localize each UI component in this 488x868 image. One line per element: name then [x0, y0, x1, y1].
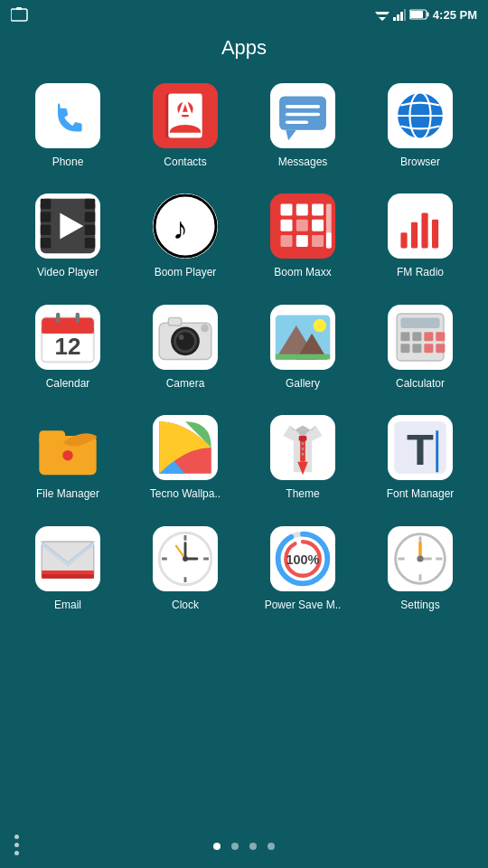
browser-label: Browser	[400, 156, 440, 168]
svg-rect-87	[436, 332, 445, 341]
svg-rect-36	[85, 212, 96, 223]
svg-point-79	[314, 319, 326, 332]
svg-rect-10	[427, 13, 428, 17]
app-item-tecno-wallpaper[interactable]: Tecno Wallpa..	[127, 404, 244, 514]
file-manager-icon	[35, 415, 100, 480]
svg-rect-51	[296, 235, 308, 247]
page-dot-4[interactable]	[267, 843, 275, 850]
power-save-label: Power Save M..	[265, 599, 342, 611]
page-title: Apps	[0, 29, 488, 72]
svg-rect-38	[85, 238, 96, 249]
svg-point-137	[417, 555, 423, 561]
gallery-label: Gallery	[286, 377, 320, 390]
app-item-camera[interactable]: Camera	[127, 294, 244, 404]
status-left	[11, 7, 29, 22]
app-item-power-save[interactable]: 100% Power Save M..	[244, 515, 361, 626]
page-dot-1[interactable]	[213, 843, 221, 850]
power-save-icon: 100%	[270, 526, 335, 591]
svg-rect-11	[410, 11, 423, 18]
page-dot-3[interactable]	[249, 843, 257, 850]
app-item-gallery[interactable]: Gallery	[244, 294, 361, 404]
gallery-icon	[270, 305, 335, 370]
app-item-fm-radio[interactable]: FM Radio	[361, 183, 479, 293]
app-item-calculator[interactable]: Calculator	[361, 294, 479, 404]
app-item-settings[interactable]: Settings	[361, 515, 479, 626]
font-manager-label: Font Manager	[387, 487, 455, 500]
svg-point-71	[176, 332, 194, 350]
svg-rect-94	[39, 430, 65, 443]
battery-icon	[409, 9, 429, 20]
svg-rect-31	[41, 199, 52, 210]
calendar-label: Calendar	[46, 377, 90, 390]
svg-rect-44	[281, 204, 293, 216]
fm-radio-icon	[388, 193, 453, 259]
svg-rect-48	[296, 220, 308, 231]
boom-maxx-icon	[270, 193, 335, 259]
svg-rect-55	[388, 193, 453, 259]
contacts-icon: A	[153, 83, 218, 148]
file-manager-label: File Manager	[36, 487, 99, 500]
calculator-label: Calculator	[396, 377, 445, 390]
svg-rect-56	[400, 233, 407, 249]
svg-rect-88	[400, 344, 409, 353]
email-label: Email	[54, 599, 81, 611]
svg-rect-98	[300, 439, 305, 462]
app-item-messages[interactable]: Messages	[244, 72, 361, 183]
svg-text:A: A	[176, 96, 195, 125]
svg-rect-46	[312, 204, 324, 216]
menu-dot-1	[14, 835, 19, 839]
app-item-browser[interactable]: Browser	[361, 72, 479, 183]
svg-rect-113	[42, 574, 94, 578]
video-player-icon	[35, 193, 100, 259]
theme-label: Theme	[286, 487, 319, 500]
svg-rect-86	[424, 332, 433, 341]
contacts-label: Contacts	[164, 156, 206, 168]
svg-rect-7	[400, 12, 403, 21]
app-item-font-manager[interactable]: T Font Manager	[361, 404, 479, 514]
camera-label: Camera	[166, 377, 205, 390]
app-item-boom-player[interactable]: ♪ Boom Player	[127, 183, 244, 293]
svg-text:T: T	[407, 425, 434, 474]
svg-rect-80	[276, 354, 330, 360]
clock-label: Clock	[172, 599, 199, 611]
svg-rect-34	[41, 238, 52, 249]
svg-rect-1	[16, 7, 22, 10]
theme-icon	[270, 415, 335, 480]
app-item-phone[interactable]: Phone	[9, 72, 127, 183]
app-grid: Phone A Contacts	[0, 72, 488, 626]
svg-rect-5	[393, 17, 396, 21]
svg-rect-52	[312, 235, 324, 247]
app-item-clock[interactable]: Clock	[127, 515, 244, 626]
status-bar: 4:25 PM	[0, 0, 488, 29]
svg-rect-89	[412, 344, 421, 353]
svg-point-74	[201, 324, 209, 332]
overflow-menu[interactable]	[14, 835, 19, 855]
screenshot-icon	[11, 7, 29, 22]
signal-icon	[393, 8, 406, 21]
svg-rect-33	[41, 225, 52, 236]
page-dot-2[interactable]	[231, 843, 239, 850]
svg-rect-100	[299, 436, 307, 441]
app-item-boom-maxx[interactable]: Boom Maxx	[244, 183, 361, 293]
svg-rect-32	[41, 212, 52, 223]
phone-icon	[35, 83, 100, 148]
app-item-theme[interactable]: Theme	[244, 404, 361, 514]
svg-rect-65	[56, 312, 60, 323]
svg-rect-47	[281, 220, 293, 231]
svg-point-103	[302, 453, 305, 456]
svg-rect-59	[432, 220, 438, 249]
browser-icon	[388, 83, 453, 148]
app-item-file-manager[interactable]: File Manager	[9, 404, 127, 514]
svg-rect-50	[281, 235, 293, 247]
app-item-email[interactable]: Email	[9, 515, 127, 626]
svg-rect-85	[412, 332, 421, 341]
svg-rect-45	[296, 204, 308, 216]
app-item-calendar[interactable]: 12 Calendar	[9, 294, 127, 404]
status-right: 4:25 PM	[375, 8, 477, 22]
app-item-video-player[interactable]: Video Player	[9, 183, 127, 293]
email-icon	[35, 526, 100, 591]
svg-point-72	[179, 335, 184, 340]
svg-rect-35	[85, 199, 96, 210]
app-item-contacts[interactable]: A Contacts	[127, 72, 244, 183]
settings-label: Settings	[400, 599, 439, 611]
